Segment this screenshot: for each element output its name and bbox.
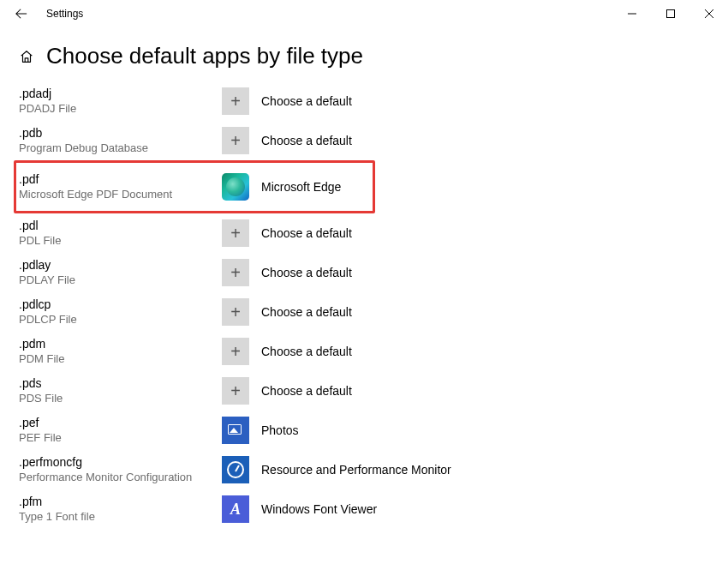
default-app-button[interactable]: Photos <box>222 417 299 444</box>
file-type-description: PDADJ File <box>19 102 222 117</box>
file-extension: .pdm <box>19 336 222 351</box>
file-type-description: PDLCP File <box>19 313 222 327</box>
svg-rect-0 <box>666 10 674 18</box>
file-type-row: .pdmPDM File+Choose a default <box>19 332 709 371</box>
edge-icon <box>222 173 249 201</box>
close-icon <box>705 9 713 18</box>
titlebar: Settings <box>0 0 728 27</box>
default-app-button[interactable]: +Choose a default <box>222 338 352 365</box>
page-title: Choose default apps by file type <box>46 43 363 69</box>
file-type-info: .pdlayPDLAY File <box>19 257 222 287</box>
file-type-info: .pdbProgram Debug Database <box>19 125 222 155</box>
default-app-label: Choose a default <box>261 305 352 319</box>
window-controls <box>612 0 728 27</box>
plus-icon: + <box>222 87 249 115</box>
default-app-label: Choose a default <box>261 345 352 358</box>
minimize-icon <box>628 9 636 18</box>
file-extension: .pds <box>19 375 222 391</box>
file-type-info: .pdfMicrosoft Edge PDF Document <box>19 171 222 201</box>
file-type-info: .pfmType 1 Font file <box>19 494 222 524</box>
file-extension: .pdb <box>19 125 222 141</box>
file-type-info: .pdadjPDADJ File <box>19 86 222 116</box>
file-type-description: Program Debug Database <box>19 141 222 156</box>
file-type-info: .perfmoncfgPerformance Monitor Configura… <box>19 454 222 484</box>
file-extension: .pef <box>19 415 222 430</box>
file-type-info: .pdsPDS File <box>19 375 222 405</box>
plus-icon: + <box>222 298 249 326</box>
default-app-button[interactable]: Resource and Performance Monitor <box>222 456 451 483</box>
file-extension: .perfmoncfg <box>19 454 222 470</box>
arrow-left-icon <box>15 8 27 20</box>
home-icon[interactable] <box>19 49 34 64</box>
photos-icon <box>222 417 249 444</box>
file-type-description: PEF File <box>19 431 222 446</box>
plus-icon: + <box>222 377 249 405</box>
file-type-info: .pdlcpPDLCP File <box>19 297 222 327</box>
default-app-label: Choose a default <box>261 384 352 398</box>
file-extension: .pdlay <box>19 257 222 273</box>
file-type-row: .pdbProgram Debug Database+Choose a defa… <box>19 121 709 160</box>
file-type-row: .pdlcpPDLCP File+Choose a default <box>19 292 709 332</box>
default-app-label: Windows Font Viewer <box>261 502 377 516</box>
resmon-icon <box>222 456 249 483</box>
file-type-row: .pdlayPDLAY File+Choose a default <box>19 253 709 292</box>
file-type-description: PDL File <box>19 234 222 249</box>
default-app-button[interactable]: Microsoft Edge <box>222 173 341 201</box>
file-type-description: Performance Monitor Configuration <box>19 471 222 485</box>
plus-icon: + <box>222 338 249 365</box>
maximize-button[interactable] <box>651 0 689 27</box>
default-app-button[interactable]: +Choose a default <box>222 259 352 286</box>
default-app-button[interactable]: AWindows Font Viewer <box>222 495 377 523</box>
file-type-description: Microsoft Edge PDF Document <box>19 188 222 202</box>
file-type-list: .pdadjPDADJ File+Choose a default.pdbPro… <box>0 76 728 534</box>
back-button[interactable] <box>12 4 31 23</box>
default-app-button[interactable]: +Choose a default <box>222 127 352 154</box>
file-type-row: .pefPEF FilePhotos <box>19 411 709 450</box>
file-type-info: .pdmPDM File <box>19 336 222 366</box>
plus-icon: + <box>222 127 249 154</box>
file-extension: .pdl <box>19 218 222 233</box>
file-type-row: .pfmType 1 Font fileAWindows Font Viewer <box>19 489 709 529</box>
close-button[interactable] <box>689 0 728 27</box>
file-type-row: .pdfMicrosoft Edge PDF DocumentMicrosoft… <box>14 160 375 213</box>
file-type-row: .perfmoncfgPerformance Monitor Configura… <box>19 450 709 489</box>
window-title: Settings <box>46 8 83 20</box>
file-type-info: .pdlPDL File <box>19 218 222 248</box>
file-type-description: PDM File <box>19 352 222 367</box>
default-app-button[interactable]: +Choose a default <box>222 87 352 115</box>
default-app-label: Choose a default <box>261 134 352 147</box>
default-app-label: Choose a default <box>261 266 352 279</box>
minimize-button[interactable] <box>612 0 651 27</box>
default-app-label: Photos <box>261 423 299 437</box>
file-extension: .pdlcp <box>19 297 222 312</box>
file-type-description: Type 1 Font file <box>19 510 222 525</box>
default-app-button[interactable]: +Choose a default <box>222 298 352 326</box>
file-type-row: .pdadjPDADJ File+Choose a default <box>19 81 709 121</box>
page-header: Choose default apps by file type <box>0 27 728 76</box>
plus-icon: + <box>222 259 249 286</box>
default-app-label: Choose a default <box>261 226 352 240</box>
file-extension: .pdadj <box>19 86 222 101</box>
maximize-icon <box>666 9 675 18</box>
default-app-label: Microsoft Edge <box>261 180 341 194</box>
plus-icon: + <box>222 219 249 247</box>
file-extension: .pfm <box>19 494 222 509</box>
default-app-label: Resource and Performance Monitor <box>261 463 451 477</box>
file-type-description: PDLAY File <box>19 273 222 288</box>
default-app-label: Choose a default <box>261 94 352 108</box>
default-app-button[interactable]: +Choose a default <box>222 377 352 405</box>
default-app-button[interactable]: +Choose a default <box>222 219 352 247</box>
file-type-info: .pefPEF File <box>19 415 222 445</box>
file-type-row: .pdsPDS File+Choose a default <box>19 371 709 411</box>
font-viewer-icon: A <box>222 495 249 523</box>
file-type-row: .pdlPDL File+Choose a default <box>19 213 709 253</box>
file-extension: .pdf <box>19 171 222 187</box>
file-type-description: PDS File <box>19 392 222 406</box>
